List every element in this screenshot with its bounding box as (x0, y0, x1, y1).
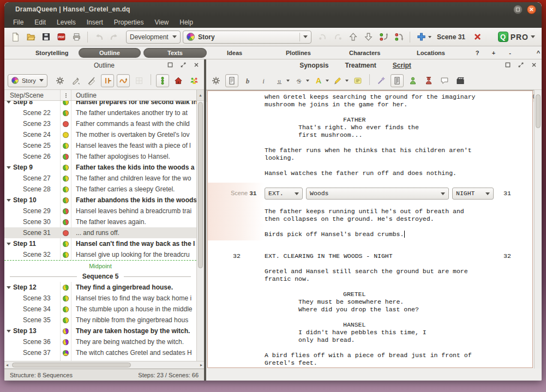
tree-row-step-9[interactable]: Step 9Father takes the kids into the woo… (4, 162, 196, 173)
status-dot[interactable] (63, 285, 69, 291)
traffic-light-icon[interactable] (156, 74, 169, 87)
close-button[interactable]: ✕ (527, 5, 536, 14)
scroll-right-arrow[interactable]: ▸ (200, 363, 202, 367)
character-green-icon[interactable] (406, 74, 419, 87)
status-dot[interactable] (63, 241, 69, 247)
character-name[interactable]: GRETEL (343, 291, 532, 298)
tree-row-scene-25[interactable]: Scene 25Hansel leaves the feast with a p… (4, 140, 196, 151)
tab-characters[interactable]: Characters (349, 48, 380, 58)
gear-icon[interactable] (53, 74, 67, 87)
action-text[interactable]: The father keeps running until he's out … (265, 208, 532, 223)
development-dropdown[interactable]: Development (126, 31, 181, 44)
action-text[interactable]: Hansel watches the father run off and do… (265, 170, 532, 177)
status-dot[interactable] (63, 208, 69, 214)
house-icon[interactable] (172, 74, 185, 87)
bold-icon[interactable]: b (241, 74, 254, 87)
tab-[interactable]: ^ (533, 48, 542, 58)
maximize-button[interactable] (513, 5, 523, 14)
italic-icon[interactable]: i (257, 74, 270, 87)
strike-icon[interactable]: S (292, 74, 305, 87)
column-outline[interactable]: Outline (71, 92, 196, 99)
export-step-icon[interactable] (69, 74, 82, 87)
tree-row-scene-35[interactable]: Scene 35They nibble from the gingerbread… (4, 315, 196, 325)
tab-ideas[interactable]: Ideas (227, 48, 242, 58)
tree-row-scene-30[interactable]: Scene 30The father leaves again. (4, 216, 196, 227)
compact-view-icon[interactable] (101, 74, 114, 87)
action-text[interactable]: Gretel and Hansel still search the groun… (265, 268, 532, 283)
status-dot[interactable] (63, 219, 69, 225)
tree-row-step-12[interactable]: Step 12They find a gingerbread house. (4, 282, 196, 293)
menu-insert[interactable]: Insert (82, 17, 107, 27)
status-dots-column-icon[interactable] (60, 90, 71, 100)
tab-treatment[interactable]: Treatment (344, 61, 377, 70)
pdf-icon[interactable]: PDF (55, 31, 68, 44)
status-dot[interactable] (63, 176, 69, 182)
tree-row-scene-33[interactable]: Scene 33Hansel tries to find the way bac… (4, 293, 196, 304)
character-name[interactable]: FATHER (343, 116, 532, 124)
panel-maximize-icon[interactable] (505, 61, 511, 70)
action-text[interactable]: A bird flies off with a piece of bread j… (265, 352, 532, 367)
new-doc-icon[interactable] (9, 31, 22, 44)
tree-row-scene-24[interactable]: Scene 24The mother is overtaken by Grete… (4, 129, 196, 140)
font-color-icon[interactable]: A (312, 74, 325, 87)
tree-row-step-11[interactable]: Step 11Hansel can't find the way back as… (4, 238, 196, 249)
menu-properties[interactable]: Properties (110, 17, 148, 27)
tree-row-step-8[interactable]: Step 8Hansel prepares for the second wal… (4, 101, 196, 107)
menu-file[interactable]: File (9, 17, 28, 27)
expander-icon[interactable] (4, 166, 13, 169)
dialogue[interactable]: That's right. Who ever finds the first m… (298, 124, 532, 139)
expander-icon[interactable] (4, 330, 13, 333)
action-text[interactable]: when Gretel keeps searching the ground f… (265, 93, 532, 108)
tree-row-step-10[interactable]: Step 10Father abandons the kids in the w… (4, 195, 196, 206)
status-dot[interactable] (63, 252, 69, 258)
status-dot[interactable] (63, 143, 69, 149)
clapperboard-icon[interactable] (454, 74, 467, 87)
status-dot[interactable] (63, 186, 69, 192)
chevron-down-icon[interactable] (326, 80, 329, 82)
tree-row-scene-27[interactable]: Scene 27The father and children leave fo… (4, 173, 196, 184)
tab-outline[interactable]: Outline (79, 48, 141, 58)
status-dot[interactable] (63, 197, 69, 203)
tab-plotlines[interactable]: Plotlines (286, 48, 311, 58)
scrollbar-thumb[interactable] (12, 363, 131, 367)
chevron-down-icon[interactable] (286, 80, 290, 82)
tree-row-scene-34[interactable]: Scene 34The stumble upon a house in the … (4, 304, 196, 315)
tree-row-scene-26[interactable]: Scene 26The father apologises to Hansel. (4, 151, 196, 162)
open-icon[interactable] (24, 31, 37, 44)
qpro-menu[interactable]: Q PRO (498, 32, 537, 42)
import-step-icon[interactable] (85, 74, 98, 87)
status-dot[interactable] (63, 165, 69, 171)
tab-synopsis[interactable]: Synopsis (298, 61, 329, 70)
delete-icon[interactable] (471, 31, 484, 44)
expander-icon[interactable] (4, 101, 13, 104)
tree-row-scene-29[interactable]: Scene 29Hansel leaves behind a breadcrum… (4, 206, 196, 216)
character-red-icon[interactable] (422, 74, 435, 87)
chevron-down-icon[interactable] (306, 80, 309, 82)
status-dot[interactable] (63, 110, 69, 116)
panel-close-icon[interactable] (193, 61, 200, 70)
panel-maximize-icon[interactable] (167, 61, 173, 70)
tree-row-step-13[interactable]: Step 13They are taken hostage by the wit… (4, 325, 196, 336)
scene-time-dropdown[interactable]: NIGHT (452, 188, 494, 200)
plot-wave-icon[interactable] (117, 74, 130, 87)
dialogue[interactable]: I didn't have pebbles this time, I only … (298, 329, 532, 344)
page-layout-icon[interactable] (225, 74, 238, 87)
scene-type-dropdown[interactable]: EXT. (265, 188, 303, 200)
tree-row-scene-28[interactable]: Scene 28The father carries a sleepy Gret… (4, 184, 196, 195)
tree-row-scene-22[interactable]: Scene 22The father undertakes another tr… (4, 107, 196, 118)
add-icon[interactable] (415, 31, 428, 44)
expander-icon[interactable] (4, 243, 13, 245)
outline-horizontal-scrollbar[interactable]: ◂ ▸ (4, 361, 204, 369)
tab-texts[interactable]: Texts (143, 48, 207, 58)
script-view-icon[interactable] (391, 74, 404, 87)
menu-view[interactable]: View (150, 17, 173, 27)
outline-story-selector[interactable]: Story (8, 74, 47, 87)
script-vertical-scrollbar[interactable] (534, 90, 542, 369)
move-down-icon[interactable] (392, 31, 405, 44)
tab-[interactable]: + (489, 48, 499, 58)
move-up-icon[interactable] (377, 31, 390, 44)
tab-[interactable]: - (505, 48, 515, 58)
panel-close-icon[interactable] (531, 61, 537, 70)
menu-levels[interactable]: Levels (52, 17, 80, 27)
arrow-up-icon[interactable] (346, 31, 359, 44)
